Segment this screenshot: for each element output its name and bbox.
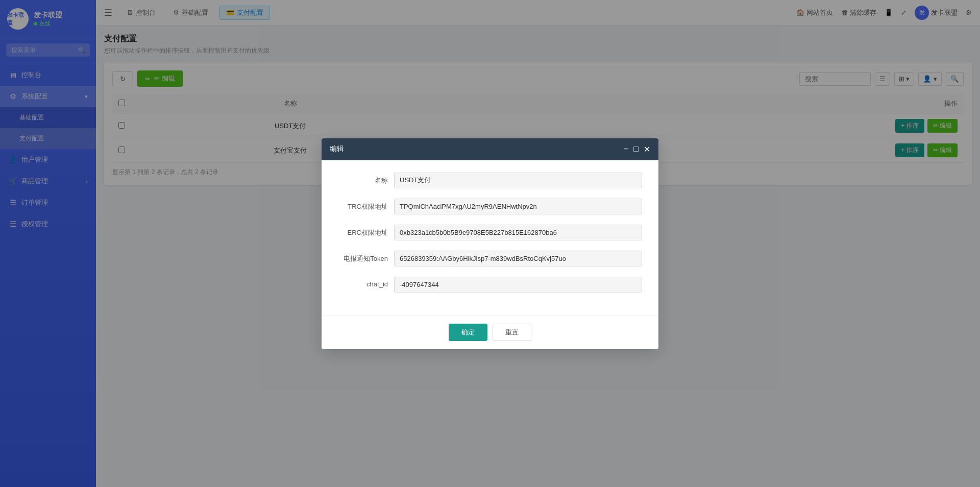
modal-body: 名称 TRC权限地址 ERC权限地址 电报通知Token: [322, 160, 658, 315]
form-row-name: 名称: [338, 173, 642, 188]
form-input-name[interactable]: [394, 173, 642, 188]
modal-reset-button[interactable]: 重置: [493, 324, 531, 341]
modal-footer: 确定 重置: [322, 315, 658, 349]
modal-header-actions: − □ ✕: [624, 144, 650, 154]
modal-minimize-button[interactable]: −: [624, 144, 628, 154]
form-input-token[interactable]: [394, 251, 642, 266]
form-label-trc: TRC权限地址: [338, 199, 394, 211]
modal-header: 编辑 − □ ✕: [322, 138, 658, 160]
form-row-chatid: chat_id: [338, 277, 642, 293]
content-area: 支付配置 您可以拖动操作栏中的排序按钮，从而控制用户支付的优先级 ↻ ✏ ✏ 编…: [96, 26, 980, 487]
main-wrap: ☰ 🖥 控制台 ⚙ 基础配置 💳 支付配置 🏠 网站首页 🗑 清除缓存 📱: [96, 0, 980, 487]
form-row-trc: TRC权限地址: [338, 199, 642, 214]
form-label-token: 电报通知Token: [338, 251, 394, 263]
form-input-chatid[interactable]: [394, 277, 642, 293]
modal-maximize-button[interactable]: □: [633, 144, 639, 154]
form-label-erc: ERC权限地址: [338, 225, 394, 237]
form-row-token: 电报通知Token: [338, 251, 642, 266]
modal-confirm-button[interactable]: 确定: [449, 324, 487, 341]
modal-close-button[interactable]: ✕: [644, 144, 650, 154]
form-label-name: 名称: [338, 173, 394, 185]
edit-modal: 编辑 − □ ✕ 名称 TRC权限地址: [322, 138, 658, 349]
form-input-erc[interactable]: [394, 225, 642, 240]
modal-overlay: 编辑 − □ ✕ 名称 TRC权限地址: [96, 26, 980, 487]
modal-title: 编辑: [330, 144, 624, 154]
form-input-trc[interactable]: [394, 199, 642, 214]
form-label-chatid: chat_id: [338, 277, 394, 288]
form-row-erc: ERC权限地址: [338, 225, 642, 240]
